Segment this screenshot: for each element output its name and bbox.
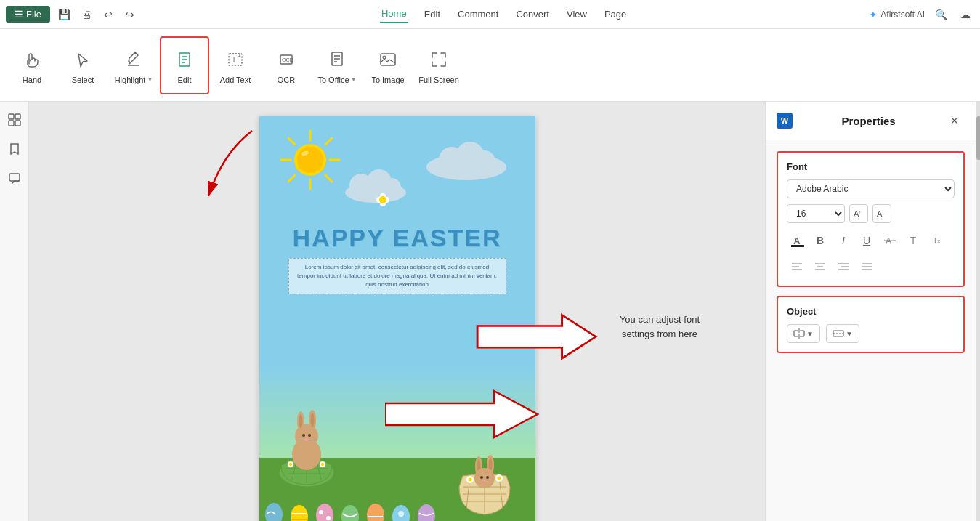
bold-button[interactable]: B (810, 230, 830, 251)
sidebar-comment-icon[interactable] (4, 167, 25, 189)
underline-button[interactable]: U (857, 230, 877, 251)
align-left-button[interactable] (787, 257, 807, 277)
obj-align-arrow: ▼ (806, 330, 814, 338)
font-size-select[interactable]: 16 (787, 204, 845, 223)
object-section: Object ▼ ▼ (777, 296, 965, 353)
strikethrough-button[interactable]: A (880, 230, 900, 251)
font-name-row: Adobe Arabic (787, 179, 955, 198)
panel-header-icons: W (777, 113, 793, 129)
svg-point-91 (341, 505, 359, 521)
toolbar-hand[interactable]: Hand (7, 36, 57, 94)
sun (278, 127, 343, 193)
toolbar-highlight[interactable]: Highlight ▼ (109, 36, 158, 94)
annotation-bubble: You can adjust font settings from here (620, 312, 700, 341)
panel-close-button[interactable]: ✕ (944, 110, 965, 131)
file-button[interactable]: ☰ File (6, 6, 50, 23)
nav-tabs: Home Edit Comment Convert View Page (145, 5, 863, 23)
undo-icon[interactable]: ↩ (100, 6, 117, 23)
svg-text:↑: ↑ (859, 210, 862, 215)
add-text-label: Add Text (220, 76, 251, 84)
tab-convert[interactable]: Convert (514, 6, 551, 23)
print-icon[interactable]: 🖨 (78, 6, 95, 23)
scrollbar-thumb[interactable] (976, 116, 980, 160)
full-screen-icon (426, 47, 452, 73)
svg-rect-14 (381, 54, 395, 65)
svg-point-54 (299, 414, 302, 429)
to-image-icon (375, 47, 401, 73)
object-align-button[interactable]: ▼ (787, 324, 820, 343)
lorem-text-box[interactable]: Lorem ipsum dolor sit amet, consectetur … (288, 258, 506, 294)
save-icon[interactable]: 💾 (56, 6, 73, 23)
hand-label: Hand (23, 76, 41, 84)
panel-title: Properties (841, 115, 895, 127)
word-icon[interactable]: W (777, 113, 793, 129)
object-distribute-button[interactable]: ▼ (826, 324, 859, 343)
svg-point-44 (379, 196, 386, 203)
object-section-title: Object (787, 306, 955, 317)
tab-page[interactable]: Page (603, 6, 628, 23)
menu-icon: ☰ (15, 9, 23, 20)
svg-text:T: T (232, 56, 236, 64)
tab-home[interactable]: Home (380, 5, 408, 23)
toolbar-to-image[interactable]: To Image (363, 36, 413, 94)
svg-line-27 (325, 138, 332, 145)
title-bar: ☰ File 💾 🖨 ↩ ↪ Home Edit Comment Convert… (0, 0, 980, 29)
to-image-label: To Image (371, 76, 404, 84)
toolbar-select[interactable]: Select (58, 36, 108, 94)
font-size-increase-button[interactable]: A ↑ (849, 204, 868, 223)
svg-point-76 (474, 468, 495, 488)
toolbar-add-text[interactable]: T + Add Text (211, 36, 260, 94)
search-icon[interactable]: 🔍 (932, 6, 949, 23)
tab-edit[interactable]: Edit (423, 6, 442, 23)
font-name-select[interactable]: Adobe Arabic (787, 179, 955, 198)
lorem-text: Lorem ipsum dolor sit amet, consectetur … (297, 264, 497, 288)
svg-point-96 (418, 504, 435, 521)
redo-icon[interactable]: ↪ (121, 6, 139, 23)
properties-panel: W Properties ✕ Font Adobe Arabic (765, 102, 976, 521)
align-center-button[interactable] (810, 257, 830, 277)
sidebar-thumbnail-icon[interactable] (4, 109, 25, 131)
svg-point-84 (265, 503, 283, 521)
align-right-button[interactable] (833, 257, 854, 277)
ai-label: Afirstsoft AI (880, 9, 925, 20)
text-effect-button[interactable]: T (903, 230, 923, 251)
to-office-dropdown-arrow: ▼ (351, 76, 357, 83)
doc-area[interactable]: HAPPY EASTER Lorem ipsum dolor sit amet,… (29, 102, 765, 521)
select-icon (70, 47, 96, 73)
ai-button[interactable]: ✦ Afirstsoft AI (869, 9, 925, 20)
svg-point-30 (297, 147, 323, 173)
italic-button[interactable]: I (833, 230, 854, 251)
toolbar-to-office[interactable]: To Office ▼ (312, 36, 362, 94)
superscript-button[interactable]: Tx (926, 230, 947, 251)
sidebar-bookmark-icon[interactable] (4, 138, 25, 160)
font-color-button[interactable]: A (787, 230, 807, 251)
svg-line-28 (288, 175, 295, 182)
svg-point-56 (310, 413, 314, 427)
tab-view[interactable]: View (565, 6, 588, 23)
to-office-label: To Office (317, 76, 349, 84)
edit-icon (171, 47, 198, 73)
toolbar-edit[interactable]: Edit (160, 36, 209, 94)
svg-point-90 (326, 516, 331, 520)
left-sidebar (0, 102, 29, 521)
svg-point-81 (468, 478, 471, 482)
annotation-text: You can adjust font settings from here (620, 314, 700, 339)
svg-point-59 (304, 438, 309, 441)
toolbar-ocr[interactable]: OCR OCR (262, 36, 311, 94)
align-justify-button[interactable] (857, 257, 877, 277)
flower-top (372, 189, 394, 211)
ocr-label: OCR (278, 76, 295, 84)
svg-point-57 (302, 434, 305, 437)
toolbar-full-screen[interactable]: Full Screen (414, 36, 463, 94)
svg-point-77 (480, 476, 483, 479)
font-size-decrease-button[interactable]: A ↓ (872, 204, 891, 223)
to-office-icon (324, 47, 350, 73)
add-text-icon: T + (222, 47, 248, 73)
tab-comment[interactable]: Comment (456, 6, 500, 23)
full-screen-label: Full Screen (418, 76, 459, 84)
easter-eggs (259, 489, 535, 521)
panel-header: W Properties ✕ (766, 102, 976, 140)
cloud-icon[interactable]: ☁ (957, 6, 974, 23)
svg-rect-17 (15, 114, 20, 119)
svg-point-78 (486, 476, 489, 479)
